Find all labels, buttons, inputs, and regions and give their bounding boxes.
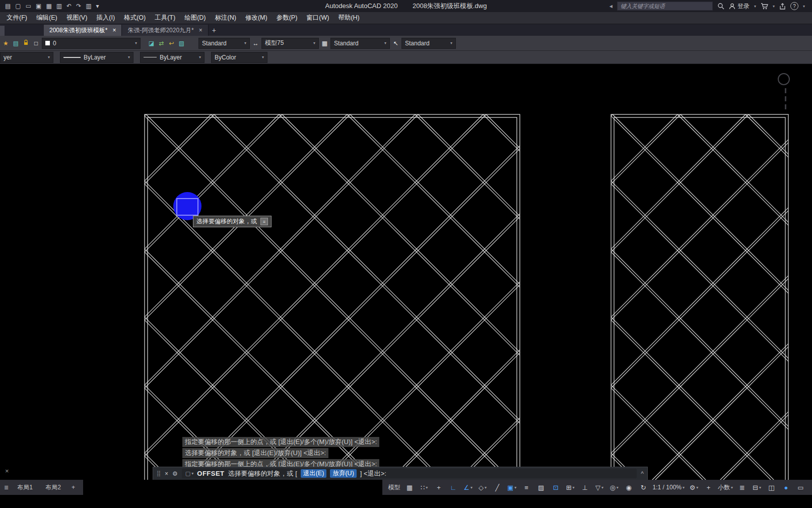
- menu-item[interactable]: 参数(P): [272, 13, 302, 23]
- table-style-icon[interactable]: ▦: [320, 40, 329, 47]
- collapse-search-icon[interactable]: ◀: [610, 4, 613, 9]
- menu-item[interactable]: 帮助(H): [333, 13, 364, 23]
- plot-style-select[interactable]: ByColor ▾: [211, 52, 267, 63]
- qat-customize-caret-icon[interactable]: ▾: [96, 3, 99, 10]
- command-options-icon[interactable]: ▢ ▾: [185, 470, 193, 477]
- linetype-select[interactable]: ByLayer ▾: [60, 52, 133, 63]
- dimension-style-select[interactable]: 模型75 ▾: [261, 38, 319, 49]
- lock-ui-icon[interactable]: ⊟ ▾: [750, 481, 764, 493]
- drag-handle-icon[interactable]: ⣿: [157, 470, 161, 477]
- drawing-canvas[interactable]: 选择要偏移的对象，或 ≡ 指定要偏移的那一侧上的点，或 [退出(E)/多个(M)…: [0, 64, 812, 480]
- help-icon[interactable]: ?: [790, 2, 798, 10]
- quick-properties-icon[interactable]: ≣: [735, 481, 750, 493]
- table-style-select[interactable]: Standard ▾: [330, 38, 390, 49]
- option-undo-button[interactable]: 放弃(U): [330, 469, 356, 478]
- model-space-button[interactable]: 模型: [386, 481, 402, 493]
- isolate-objects-icon[interactable]: ◫: [764, 481, 779, 493]
- clean-screen-icon[interactable]: ▭: [793, 481, 808, 493]
- ortho-mode-icon[interactable]: ∟: [446, 481, 461, 493]
- menu-item[interactable]: 视图(V): [62, 13, 92, 23]
- layout-tab[interactable]: 布局1: [12, 482, 38, 492]
- recent-commands-icon[interactable]: ^: [641, 470, 644, 477]
- object-color-select[interactable]: yer ▾: [0, 52, 53, 63]
- gizmo-icon[interactable]: ◎ ▾: [607, 481, 622, 493]
- file-tab[interactable]: 朱强-阿强老师2020九月* ×: [122, 25, 208, 36]
- qsave-icon[interactable]: ▣: [36, 3, 41, 10]
- sign-in-button[interactable]: 登录: [729, 2, 750, 11]
- menu-item[interactable]: 插入(I): [92, 13, 119, 23]
- app-menu-icon[interactable]: ▤: [5, 3, 11, 10]
- annotation-scale-button[interactable]: 1:1 / 100% ▾: [651, 481, 687, 493]
- search-icon[interactable]: [717, 3, 724, 10]
- redo-icon[interactable]: ↷: [76, 3, 81, 10]
- command-input-field[interactable]: ▢ ▾ OFFSET 选择要偏移的对象，或 [ 退出(E) 放弃(U) ] <退…: [182, 469, 637, 478]
- menu-item[interactable]: 标注(N): [211, 13, 241, 23]
- isometric-drafting-icon[interactable]: ◇ ▾: [476, 481, 490, 493]
- layer-color-icon[interactable]: □: [32, 40, 40, 47]
- menu-item[interactable]: 修改(M): [241, 13, 272, 23]
- menu-item[interactable]: 窗口(W): [302, 13, 333, 23]
- transparency-icon[interactable]: ▨: [534, 481, 549, 493]
- object-snap-tracking-icon[interactable]: ╱: [490, 481, 505, 493]
- option-exit-button[interactable]: 退出(E): [301, 469, 327, 478]
- lineweight-select[interactable]: ByLayer ▾: [140, 52, 205, 63]
- open-icon[interactable]: ▭: [26, 3, 31, 10]
- layer-list-icon[interactable]: ▤: [12, 40, 20, 47]
- annotation-monitor-icon[interactable]: +: [701, 481, 716, 493]
- layer-previous-icon[interactable]: ↩: [167, 40, 176, 47]
- app-store-cart-icon[interactable]: [761, 3, 768, 10]
- save-as-icon[interactable]: ▦: [46, 3, 51, 10]
- hidden-tab-sliver[interactable]: [0, 26, 5, 36]
- layer-properties-icon[interactable]: ★: [2, 40, 10, 47]
- match-layer-icon[interactable]: ⇄: [157, 40, 166, 47]
- close-tab-icon[interactable]: ×: [199, 27, 202, 34]
- lineweight-icon[interactable]: ≡: [519, 481, 534, 493]
- wrench-icon[interactable]: ⚙: [172, 470, 178, 477]
- menu-item[interactable]: 绘图(D): [180, 13, 210, 23]
- file-tab[interactable]: 2008朱强初级班模板* ×: [44, 25, 122, 36]
- multileader-style-icon[interactable]: ↖: [391, 40, 400, 47]
- workspace-switching-icon[interactable]: ⚙ ▾: [687, 481, 701, 493]
- layout-tab[interactable]: 布局2: [40, 482, 66, 492]
- new-layout-button[interactable]: +: [67, 484, 79, 491]
- plot-icon[interactable]: ▥: [56, 3, 62, 10]
- object-snap-icon[interactable]: ▣ ▾: [505, 481, 519, 493]
- undo-icon[interactable]: ↶: [66, 3, 72, 10]
- print-icon[interactable]: ▥: [86, 3, 91, 10]
- dynamic-input-icon[interactable]: +: [432, 481, 446, 493]
- selection-cycling-icon[interactable]: ⊡: [549, 481, 563, 493]
- layer-lock-icon[interactable]: [22, 39, 30, 47]
- command-line-bar[interactable]: ⣿ × ⚙ ▢ ▾ OFFSET 选择要偏移的对象，或 [ 退出(E) 放弃(U…: [153, 467, 648, 480]
- sign-in-caret-icon[interactable]: ▾: [754, 4, 756, 9]
- polar-tracking-icon[interactable]: ∠ ▾: [461, 481, 476, 493]
- dynamic-ucs-icon[interactable]: ⊥: [578, 481, 592, 493]
- menu-item[interactable]: 编辑(E): [32, 13, 62, 23]
- navbar-compass-icon[interactable]: [778, 73, 790, 85]
- search-input[interactable]: [617, 2, 713, 11]
- layer-select[interactable]: 0 ▾: [42, 38, 141, 49]
- units-button[interactable]: 小数 ▾: [716, 481, 735, 493]
- make-object-layer-current-icon[interactable]: ◪: [147, 40, 156, 47]
- grid-display-icon[interactable]: ▦: [402, 481, 417, 493]
- selection-filter-icon[interactable]: ▽ ▾: [592, 481, 607, 493]
- close-tab-icon[interactable]: ×: [112, 27, 116, 34]
- text-style-select[interactable]: Standard ▾: [198, 38, 250, 49]
- object-snap-3d-icon[interactable]: ⊞ ▾: [563, 481, 578, 493]
- autoscale-icon[interactable]: ↻: [636, 481, 651, 493]
- help-caret-icon[interactable]: ▾: [803, 4, 805, 9]
- new-tab-button[interactable]: +: [209, 25, 220, 36]
- graphics-performance-icon[interactable]: ●: [779, 481, 793, 493]
- close-command-window-icon[interactable]: ×: [165, 470, 168, 477]
- menu-item[interactable]: 工具(T): [150, 13, 180, 23]
- qnew-icon[interactable]: ▢: [15, 3, 21, 10]
- multileader-style-select[interactable]: Standard ▾: [401, 38, 456, 49]
- dimension-style-icon[interactable]: ↔: [251, 40, 260, 47]
- cart-caret-icon[interactable]: ▾: [773, 4, 775, 9]
- annotation-visibility-icon[interactable]: ◉: [622, 481, 636, 493]
- share-icon[interactable]: [779, 3, 786, 10]
- menu-item[interactable]: 文件(F): [2, 13, 32, 23]
- layer-states-icon[interactable]: ▧: [177, 40, 186, 47]
- snap-mode-icon[interactable]: ∷ ▾: [417, 481, 432, 493]
- menu-item[interactable]: 格式(O): [119, 13, 150, 23]
- layout-list-icon[interactable]: ≣: [4, 484, 9, 491]
